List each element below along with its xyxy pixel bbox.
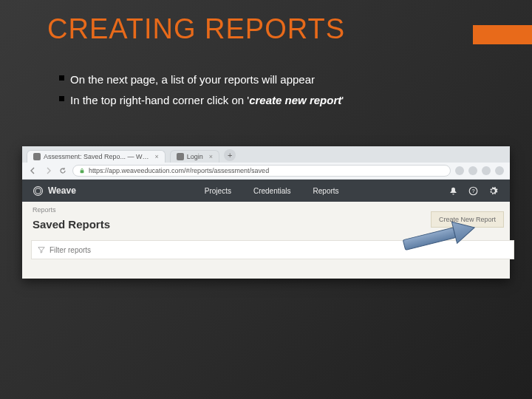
forward-button[interactable] — [43, 166, 53, 176]
nav-reports[interactable]: Reports — [313, 187, 339, 195]
favicon-icon — [177, 153, 184, 160]
app-header-icons: ? — [449, 186, 510, 196]
app-page: Reports Saved Reports Create New Report … — [22, 202, 510, 279]
browser-tabstrip: Assessment: Saved Repo... — W… × Login ×… — [22, 146, 510, 163]
browser-toolbar: https://app.weaveeducation.com/#/reports… — [22, 163, 510, 180]
favicon-icon — [33, 153, 41, 160]
slide-title: CREATING REPORTS — [47, 13, 345, 45]
browser-tab-active[interactable]: Assessment: Saved Repo... — W… × — [27, 150, 166, 163]
accent-stripe — [473, 25, 532, 44]
svg-point-1 — [35, 188, 41, 194]
browser-tab[interactable]: Login × — [170, 150, 219, 163]
extension-icon[interactable] — [468, 166, 477, 175]
extension-icon[interactable] — [482, 166, 491, 175]
bullet-item: In the top right-hand corner click on 'c… — [59, 92, 344, 109]
tab-title: Login — [187, 153, 203, 160]
square-bullet-icon — [59, 75, 64, 81]
filter-reports-input[interactable]: Filter reports — [31, 240, 514, 259]
create-new-report-button[interactable]: Create New Report — [431, 211, 504, 228]
address-bar[interactable]: https://app.weaveeducation.com/#/reports… — [72, 165, 451, 177]
close-tab-icon[interactable]: × — [209, 153, 213, 160]
help-icon[interactable]: ? — [468, 186, 478, 196]
page-title: Saved Reports — [33, 218, 110, 231]
svg-text:?: ? — [471, 187, 474, 194]
tab-title: Assessment: Saved Repo... — W… — [44, 153, 149, 160]
breadcrumb[interactable]: Reports — [33, 206, 56, 214]
bullet-item: On the next page, a list of your reports… — [59, 71, 344, 89]
bullet-text: In the top right-hand corner click on 'c… — [70, 92, 344, 109]
bell-icon[interactable] — [449, 186, 458, 196]
bullet-list: On the next page, a list of your reports… — [59, 71, 344, 112]
filter-placeholder: Filter reports — [50, 246, 91, 254]
back-button[interactable] — [28, 166, 38, 176]
embedded-browser-screenshot: Assessment: Saved Repo... — W… × Login ×… — [22, 146, 510, 278]
extension-icon[interactable] — [455, 166, 464, 175]
nav-credentials[interactable]: Credentials — [253, 187, 291, 195]
filter-icon — [38, 246, 45, 253]
bullet-text: On the next page, a list of your reports… — [70, 71, 315, 89]
nav-projects[interactable]: Projects — [205, 187, 231, 195]
url-text: https://app.weaveeducation.com/#/reports… — [89, 167, 269, 174]
app-nav: Projects Credentials Reports — [205, 187, 339, 195]
brand[interactable]: Weave — [22, 185, 86, 197]
close-tab-icon[interactable]: × — [155, 153, 159, 160]
toolbar-extensions — [455, 166, 504, 175]
lock-icon — [79, 168, 85, 174]
profile-avatar-icon[interactable] — [495, 166, 504, 175]
brand-name: Weave — [48, 185, 76, 196]
app-header: Weave Projects Credentials Reports ? — [22, 180, 510, 202]
weave-logo-icon — [33, 185, 44, 197]
reload-button[interactable] — [58, 166, 68, 176]
svg-rect-0 — [81, 170, 84, 173]
square-bullet-icon — [59, 96, 64, 101]
gear-icon[interactable] — [488, 186, 498, 196]
new-tab-button[interactable]: + — [224, 149, 236, 161]
